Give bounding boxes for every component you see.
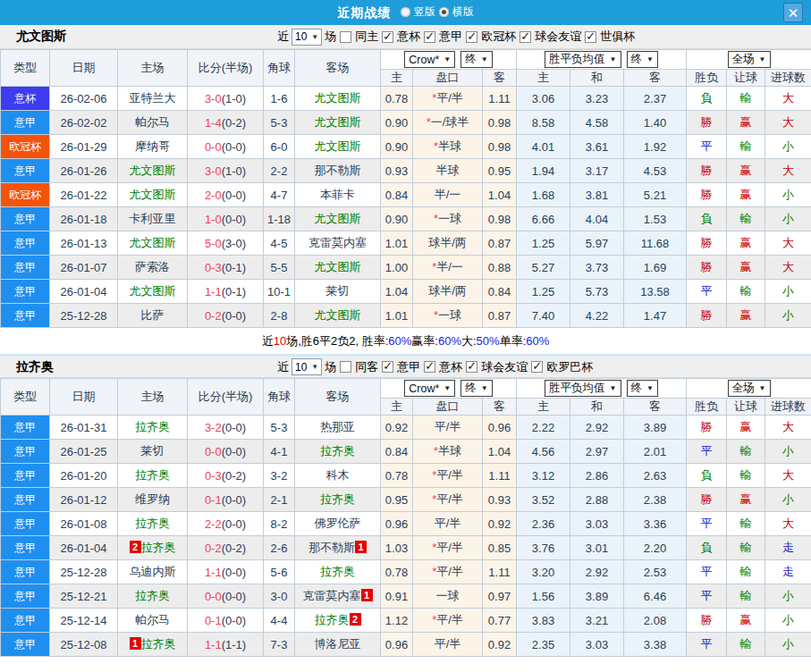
away-team-name: 那不勒斯 [315, 164, 361, 177]
corner-cell: 5-3 [264, 111, 295, 135]
avg-home-cell: 7.40 [517, 304, 570, 328]
company-select[interactable]: Crow*▼ [404, 380, 455, 397]
avg-away-cell: 2.63 [624, 464, 687, 488]
result-cell: 平 [687, 440, 727, 464]
league-checkbox-1[interactable] [424, 31, 435, 43]
fulltime-select[interactable]: 全场▼ [728, 380, 771, 397]
handicap-result-value: 輸 [740, 468, 752, 482]
league-checkbox-4[interactable] [585, 31, 596, 43]
same-side-checkbox[interactable] [340, 31, 351, 43]
avg-select[interactable]: 胜平负均值▼ [545, 51, 621, 68]
handicap-cell: 球半/两 [413, 280, 483, 304]
home-team-cell: 尤文图斯 [118, 183, 188, 207]
home-team-name: 尤文图斯 [130, 164, 176, 177]
corner-cell: 4-5 [264, 231, 295, 256]
result-value: 平 [701, 637, 713, 651]
result-value: 負 [701, 468, 713, 482]
odds-away-cell: 0.87 [483, 304, 517, 328]
red-card-badge: 2 [130, 541, 141, 553]
result-cell: 勝 [687, 609, 727, 633]
handicap-cell: 平/半 [413, 512, 483, 536]
away-team-cell: 那不勒斯1 [295, 536, 381, 560]
horizontal-radio[interactable] [439, 7, 449, 17]
result-value: 勝 [701, 236, 713, 249]
home-team-cell: 摩纳哥 [118, 135, 188, 159]
away-team-name: 热那亚 [320, 420, 355, 433]
away-team-name: 尤文图斯 [315, 91, 361, 105]
final-avg-select[interactable]: 终▼ [627, 380, 658, 397]
odds-away-cell: 1.11 [483, 464, 517, 488]
goals-result-cell: 走 [765, 560, 811, 584]
league-checkbox-3[interactable] [531, 361, 543, 373]
result-value: 勝 [701, 260, 713, 273]
score-cell: 2-0(0-0) [188, 183, 264, 207]
result-value: 平 [701, 517, 713, 530]
avg-home-cell: 1.68 [517, 183, 570, 207]
match-count-select[interactable]: 10▼ [291, 29, 322, 46]
goals-result-cell: 小 [765, 183, 811, 207]
fulltime-select-value: 全场 [732, 381, 755, 396]
fulltime-score: 0-2 [205, 309, 222, 323]
league-label-2: 球会友谊 [481, 359, 528, 375]
score-cell: 0-1(0-0) [188, 488, 264, 512]
league-checkbox-1[interactable] [424, 361, 435, 373]
avg-dropdown-cell: 胜平负均值▼终▼ [517, 50, 687, 70]
handicap-result-value: 赢 [740, 115, 752, 129]
handicap-result-cell: 輸 [727, 464, 765, 488]
date-cell: 26-02-06 [50, 87, 118, 111]
final-odds-select[interactable]: 终▼ [460, 51, 492, 68]
final-odds-select[interactable]: 终▼ [460, 380, 492, 397]
league-checkbox-0[interactable] [382, 31, 393, 43]
avg-home-cell: 1.25 [517, 280, 570, 304]
match-row: 意甲26-01-18卡利亚里1-0(0-0)1-18尤文图斯0.90*一球0.9… [1, 207, 811, 231]
league-checkbox-2[interactable] [466, 31, 477, 43]
vertical-radio-label[interactable]: 竖版 [414, 4, 435, 20]
result-cell: 勝 [687, 256, 727, 280]
league-label-4: 世俱杯 [600, 29, 635, 45]
horizontal-radio-label[interactable]: 横版 [452, 4, 474, 20]
match-count-select[interactable]: 10▼ [291, 358, 322, 375]
home-team-name: 拉齐奥 [135, 420, 170, 433]
goals-result-cell: 大 [765, 256, 811, 280]
odds-home-cell: 0.78 [381, 464, 413, 488]
fulltime-score: 0-3 [205, 261, 222, 274]
league-checkbox-2[interactable] [466, 361, 477, 373]
avg-home-cell: 5.27 [517, 256, 570, 280]
result-cell: 負 [687, 207, 727, 231]
result-value: 勝 [701, 188, 713, 201]
same-side-checkbox[interactable] [340, 361, 351, 373]
final-avg-select[interactable]: 终▼ [627, 51, 658, 68]
odds-away-cell: 0.98 [483, 111, 517, 135]
col-header-1: 日期 [50, 50, 118, 87]
avg-draw-cell: 2.86 [570, 464, 624, 488]
league-checkbox-0[interactable] [382, 361, 393, 373]
company-select[interactable]: Crow*▼ [404, 51, 455, 68]
date-cell: 26-01-07 [50, 256, 118, 280]
avg-draw-cell: 3.03 [570, 512, 624, 536]
handicap-value: 平/半 [436, 91, 463, 105]
date-cell: 26-01-08 [50, 512, 118, 536]
home-team-cell: 尤文图斯 [118, 231, 188, 256]
league-label-3: 球会友谊 [535, 29, 581, 45]
sub-header-4: 和 [570, 70, 624, 87]
type-badge-cell: 欧冠杯 [1, 135, 50, 159]
date-cell: 26-01-25 [50, 440, 118, 464]
close-button[interactable]: ✕ [783, 3, 803, 22]
handicap-cell: 一球 [413, 584, 483, 609]
halftime-score: (0-1) [222, 285, 246, 298]
vertical-radio[interactable] [401, 7, 410, 17]
away-team-name: 拉齐奥 [315, 613, 350, 626]
score-cell: 0-0(0-0) [188, 135, 264, 159]
avg-draw-cell: 3.17 [570, 159, 624, 183]
home-team-name: 尤文图斯 [130, 236, 176, 249]
avg-select[interactable]: 胜平负均值▼ [545, 380, 621, 397]
avg-away-cell: 1.47 [624, 304, 687, 328]
corner-cell: 5-5 [264, 256, 295, 280]
league-label-3: 欧罗巴杯 [546, 359, 593, 375]
league-checkbox-3[interactable] [520, 31, 531, 43]
fulltime-select[interactable]: 全场▼ [728, 51, 771, 68]
avg-home-cell: 2.35 [517, 633, 570, 657]
odds-home-cell: 1.01 [381, 231, 413, 256]
away-team-cell: 拉齐奥 [295, 488, 381, 512]
handicap-result-value: 赢 [740, 188, 752, 201]
